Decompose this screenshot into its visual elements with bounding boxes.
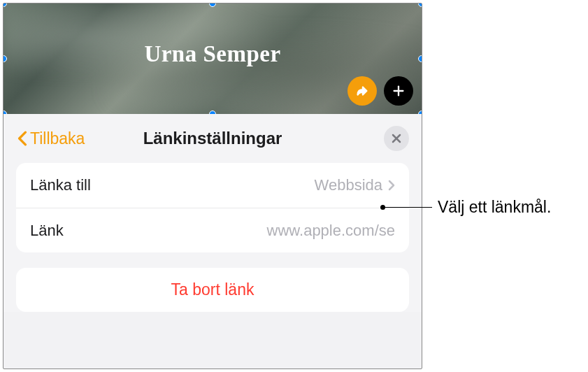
close-icon xyxy=(391,133,402,144)
callout-line xyxy=(383,207,432,208)
chevron-left-icon xyxy=(17,131,27,146)
link-to-value-wrap: Webbsida xyxy=(315,176,395,194)
back-label: Tillbaka xyxy=(30,129,85,148)
panel-title: Länkinställningar xyxy=(143,129,282,148)
link-to-row[interactable]: Länka till Webbsida xyxy=(16,163,409,208)
document-banner: Urna Semper xyxy=(3,3,422,114)
banner-title: Urna Semper xyxy=(144,41,280,67)
add-button[interactable] xyxy=(384,76,413,106)
link-url-row[interactable]: Länk www.apple.com/se xyxy=(16,208,409,252)
share-button[interactable] xyxy=(347,76,377,106)
link-url-label: Länk xyxy=(30,222,64,240)
back-button[interactable]: Tillbaka xyxy=(17,129,85,148)
link-to-label: Länka till xyxy=(30,176,91,194)
panel-header: Tillbaka Länkinställningar xyxy=(3,114,422,163)
link-url-value-wrap: www.apple.com/se xyxy=(267,222,395,240)
device-frame: Urna Semper xyxy=(3,3,422,369)
plus-icon xyxy=(391,83,406,99)
close-button[interactable] xyxy=(384,126,409,151)
remove-link-button[interactable]: Ta bort länk xyxy=(16,268,409,312)
callout: Välj ett länkmål. xyxy=(383,198,551,217)
action-card: Ta bort länk xyxy=(16,268,409,312)
settings-card: Länka till Webbsida Länk www.apple.com/s… xyxy=(16,163,409,252)
link-settings-panel: Tillbaka Länkinställningar Länka till We… xyxy=(3,114,422,312)
callout-text: Välj ett länkmål. xyxy=(438,198,551,217)
share-arrow-icon xyxy=(354,83,370,99)
floating-buttons xyxy=(347,76,413,106)
link-to-value: Webbsida xyxy=(315,176,382,194)
link-url-value: www.apple.com/se xyxy=(267,222,395,240)
chevron-right-icon xyxy=(388,180,395,191)
